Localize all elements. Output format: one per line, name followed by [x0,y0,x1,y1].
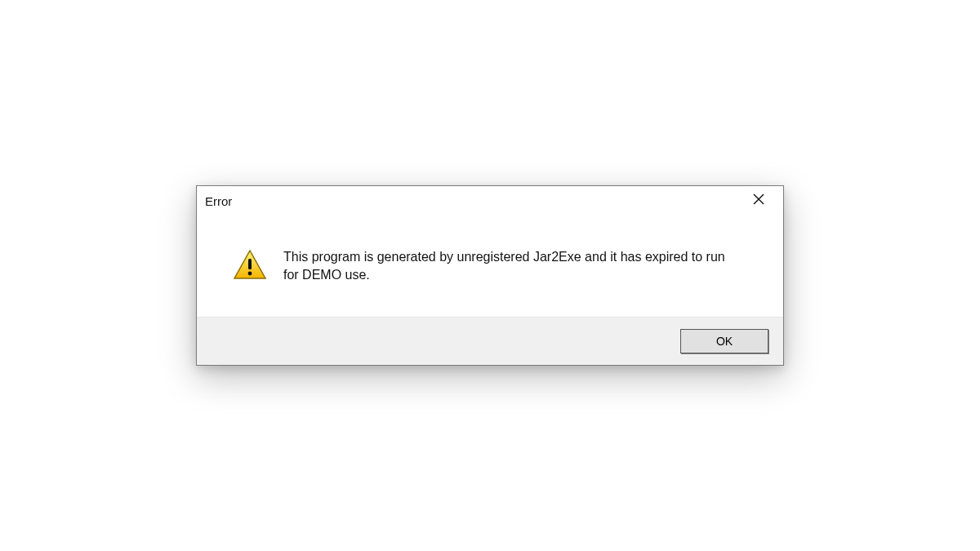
titlebar: Error [197,186,783,216]
dialog-body: This program is generated by unregistere… [197,216,783,316]
error-dialog: Error Th [196,185,784,365]
svg-point-4 [248,272,252,276]
close-button[interactable] [741,188,777,214]
dialog-button-row: OK [197,317,783,365]
warning-icon [233,249,267,283]
dialog-title: Error [205,194,232,208]
svg-rect-3 [248,259,252,269]
ok-button[interactable]: OK [680,329,768,353]
dialog-message: This program is generated by unregistere… [283,248,741,283]
close-icon [753,193,764,208]
